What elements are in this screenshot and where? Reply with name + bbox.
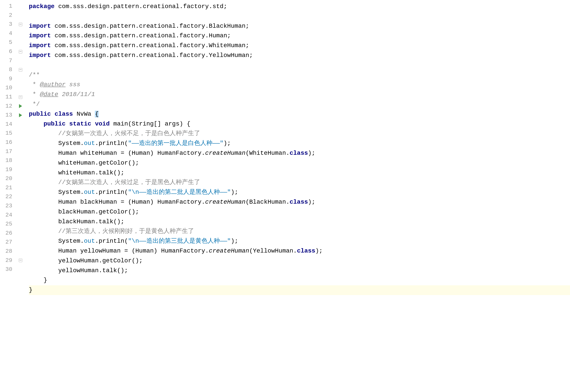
line-number: 24 xyxy=(0,211,16,220)
token-cm: * xyxy=(29,81,40,88)
token-str: "\n——造出的第三批人是黄色人种——" xyxy=(128,238,231,244)
token-plain: main(String[] args) { xyxy=(110,121,191,127)
code-line: * @author sss xyxy=(29,80,570,90)
gutter-cell xyxy=(16,220,25,229)
token-plain: blackHuman.getColor(); xyxy=(29,209,139,215)
token-plain: System. xyxy=(29,140,84,147)
token-javadoc-tag: @date xyxy=(40,91,58,98)
token-plain: (BlackHuman. xyxy=(245,199,290,205)
token-out-kw: out xyxy=(84,238,95,244)
gutter-cell[interactable] xyxy=(16,111,25,120)
line-number: 16 xyxy=(0,138,16,147)
code-line: import com.sss.design.pattern.creational… xyxy=(29,21,570,31)
token-cm: //女娲第二次造人，火候过足，于是黑色人种产生了 xyxy=(29,179,200,186)
line-number: 15 xyxy=(0,129,16,138)
code-line: //第三次造人，火候刚刚好，于是黄色人种产生了 xyxy=(29,226,570,236)
token-plain: com.sss.design.pattern.creational.factor… xyxy=(51,23,249,29)
code-line: blackHuman.getColor(); xyxy=(29,207,570,217)
token-plain: Human yellowHuman = (Human) HumanFactory… xyxy=(29,248,209,254)
token-plain: Human blackHuman = (Human) HumanFactory. xyxy=(29,199,205,205)
run-icon[interactable] xyxy=(19,113,22,117)
token-kw: import xyxy=(29,52,51,59)
run-icon[interactable] xyxy=(19,104,22,108)
token-kw: void xyxy=(95,121,109,127)
token-plain: Human whiteHuman = (Human) HumanFactory. xyxy=(29,150,205,156)
code-line: } xyxy=(29,275,570,285)
gutter-cell: − xyxy=(16,20,25,29)
token-bracket-hl: { xyxy=(95,111,99,117)
gutter-cell xyxy=(16,147,25,156)
code-line: System.out.println("\n——造出的第三批人是黄色人种——")… xyxy=(29,236,570,246)
code-editor: 1234567891011121314151617181920212223242… xyxy=(0,0,570,392)
token-javadoc-val: 2018/11/1 xyxy=(58,91,95,98)
token-plain: ); xyxy=(231,238,238,244)
fold-icon[interactable]: − xyxy=(19,23,22,26)
code-line: //女娲第一次造人，火候不足，于是白色人种产生了 xyxy=(29,129,570,139)
fold-icon[interactable]: − xyxy=(19,50,22,54)
token-plain: com.sss.design.pattern.creational.factor… xyxy=(55,3,227,10)
token-plain: } xyxy=(29,277,47,283)
token-plain: .println( xyxy=(95,238,128,244)
token-str: "\n——造出的第二批人是黑色人种——" xyxy=(128,189,231,196)
line-number: 13 xyxy=(0,111,16,120)
gutter-cell xyxy=(16,74,25,84)
gutter-cell xyxy=(16,83,25,93)
token-plain xyxy=(51,111,55,117)
line-number: 25 xyxy=(0,220,16,229)
code-line: System.out.println("\n——造出的第二批人是黑色人种——")… xyxy=(29,187,570,197)
token-plain: blackHuman.talk(); xyxy=(29,218,124,225)
token-kw: class xyxy=(55,111,73,117)
token-plain: com.sss.design.pattern.creational.factor… xyxy=(51,32,231,39)
code-line: //女娲第二次造人，火候过足，于是黑色人种产生了 xyxy=(29,178,570,187)
fold-icon[interactable]: − xyxy=(19,259,22,262)
fold-icon[interactable]: − xyxy=(19,68,22,71)
gutter-cell xyxy=(16,38,25,47)
gutter-cell xyxy=(16,2,25,11)
token-cm: //女娲第一次造人，火候不足，于是白色人种产生了 xyxy=(29,130,200,137)
code-line: * @date 2018/11/1 xyxy=(29,90,570,99)
token-plain: System. xyxy=(29,238,84,244)
token-plain xyxy=(91,121,95,127)
code-line: yellowHuman.talk(); xyxy=(29,266,570,276)
token-plain: ); xyxy=(231,189,238,196)
code-line: public static void main(String[] args) { xyxy=(29,119,570,129)
line-number: 30 xyxy=(0,265,16,274)
fold-icon[interactable]: − xyxy=(19,95,22,99)
gutter-cell xyxy=(16,120,25,129)
token-kw: import xyxy=(29,42,51,49)
line-number: 8 xyxy=(0,65,16,74)
gutter-cell xyxy=(16,174,25,183)
token-kw: class xyxy=(290,199,308,205)
gutter-cell[interactable] xyxy=(16,102,25,111)
token-method-italic: createHuman xyxy=(209,248,249,254)
code-line: import com.sss.design.pattern.creational… xyxy=(29,31,570,41)
line-number: 21 xyxy=(0,183,16,193)
token-kw: public xyxy=(29,111,51,117)
token-kw: import xyxy=(29,32,51,39)
line-number: 10 xyxy=(0,83,16,93)
token-plain: com.sss.design.pattern.creational.factor… xyxy=(51,52,253,59)
code-line: import com.sss.design.pattern.creational… xyxy=(29,51,570,60)
token-method-italic: createHuman xyxy=(205,199,246,205)
code-line: Human blackHuman = (Human) HumanFactory.… xyxy=(29,197,570,207)
token-plain: (WhiteHuman. xyxy=(245,150,290,156)
token-cm: */ xyxy=(29,101,40,108)
gutter-column: −−−−− xyxy=(16,0,25,392)
line-number: 7 xyxy=(0,56,16,66)
line-number: 23 xyxy=(0,201,16,211)
code-line: } xyxy=(29,285,570,295)
token-kw: import xyxy=(29,23,51,29)
code-line: public class NvWa { xyxy=(29,109,570,119)
line-number: 14 xyxy=(0,120,16,129)
token-cm: //第三次造人，火候刚刚好，于是黄色人种产生了 xyxy=(29,228,194,235)
gutter-cell xyxy=(16,201,25,211)
gutter-cell xyxy=(16,138,25,147)
gutter-cell xyxy=(16,265,25,274)
gutter-cell xyxy=(16,29,25,38)
line-number: 27 xyxy=(0,238,16,247)
code-line xyxy=(29,60,570,70)
gutter-cell: − xyxy=(16,65,25,74)
code-line: System.out.println("——造出的第一批人是白色人种——"); xyxy=(29,139,570,148)
code-line: whiteHuman.talk(); xyxy=(29,168,570,178)
code-line: blackHuman.talk(); xyxy=(29,217,570,227)
